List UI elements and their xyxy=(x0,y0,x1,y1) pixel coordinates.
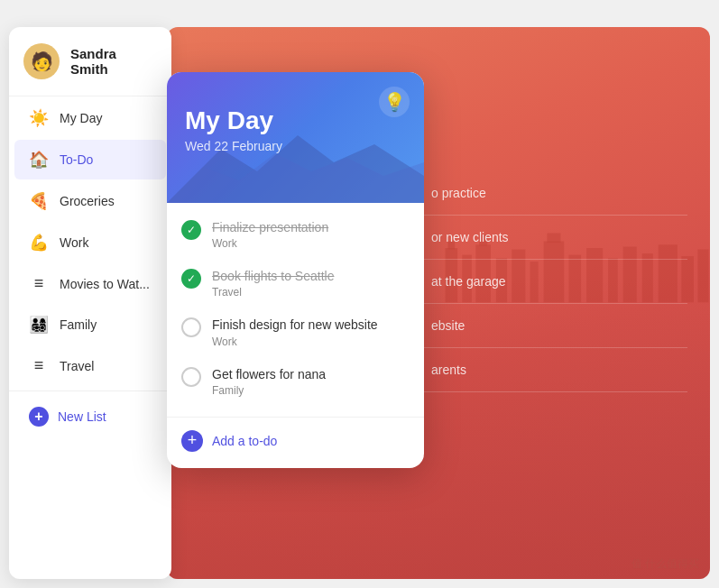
sidebar-item-label: Family xyxy=(60,317,97,332)
task-item[interactable]: ✓ Finalize presentation Work xyxy=(167,210,424,259)
background-task-list: ✓ o practice ✓ or new clients at the gar… xyxy=(388,171,687,392)
bg-task-text: or new clients xyxy=(431,230,509,244)
task-subtitle: Family xyxy=(212,384,410,397)
sidebar-item-work[interactable]: 💪 Work xyxy=(14,223,166,262)
bg-task-text: o practice xyxy=(431,186,486,200)
task-item[interactable]: Get flowers for nana Family xyxy=(167,357,424,406)
bg-task-text: at the garage xyxy=(431,274,506,289)
task-item[interactable]: ✓ Book flights to Seattle Travel xyxy=(167,259,424,308)
muscle-icon: 💪 xyxy=(29,233,49,253)
task-text-block: Finish design for new website Work xyxy=(212,317,410,347)
task-check-icon[interactable]: ✓ xyxy=(181,269,201,289)
sidebar-item-groceries[interactable]: 🍕 Groceries xyxy=(14,181,166,221)
task-text-block: Finalize presentation Work xyxy=(212,219,410,250)
bg-task-item: arents xyxy=(388,348,687,392)
add-todo-button[interactable]: + Add a to-do xyxy=(167,417,424,468)
task-title: Finalize presentation xyxy=(212,219,410,235)
sidebar-item-travel[interactable]: ≡ Travel xyxy=(14,346,166,385)
add-icon: + xyxy=(181,430,203,452)
sidebar-item-label: Work xyxy=(60,235,88,250)
list-icon: ≡ xyxy=(29,274,49,293)
home-icon: 🏠 xyxy=(29,150,49,170)
task-title: Finish design for new website xyxy=(212,317,410,333)
task-check-icon[interactable]: ✓ xyxy=(181,220,201,240)
svg-rect-17 xyxy=(697,250,708,303)
nav-divider xyxy=(9,390,171,391)
task-circle-icon[interactable] xyxy=(181,367,201,387)
sidebar: 🧑 Sandra Smith ☀️ My Day 🏠 To-Do 🍕 Groce… xyxy=(9,27,171,579)
task-title: Get flowers for nana xyxy=(212,366,410,382)
task-subtitle: Work xyxy=(212,237,410,250)
card-header: 💡 My Day Wed 22 February xyxy=(167,72,424,203)
avatar: 🧑 xyxy=(23,43,60,79)
pizza-icon: 🍕 xyxy=(29,191,49,211)
avatar-emoji: 🧑 xyxy=(31,51,53,72)
card-title: My Day xyxy=(185,106,406,135)
task-subtitle: Work xyxy=(212,335,410,348)
task-text-block: Book flights to Seattle Travel xyxy=(212,268,410,299)
sidebar-item-my-day[interactable]: ☀️ My Day xyxy=(14,98,166,138)
task-title: Book flights to Seattle xyxy=(212,268,410,284)
family-icon: 👨‍👩‍👧‍👦 xyxy=(29,315,49,335)
add-todo-label: Add a to-do xyxy=(212,434,277,448)
bg-task-text: arents xyxy=(431,363,466,377)
new-list-label: New List xyxy=(58,409,106,424)
plus-icon: + xyxy=(29,407,49,427)
bg-task-item: ebsite xyxy=(388,304,687,348)
user-section: 🧑 Sandra Smith xyxy=(9,27,171,96)
sidebar-item-to-do[interactable]: 🏠 To-Do xyxy=(14,140,166,179)
bg-task-item: at the garage xyxy=(388,260,687,304)
card-task-list: ✓ Finalize presentation Work ✓ Book flig… xyxy=(167,203,424,413)
sidebar-item-label: Groceries xyxy=(60,194,115,208)
watermark: 值 什么值得买 xyxy=(631,556,699,572)
card-subtitle: Wed 22 February xyxy=(185,139,406,153)
sidebar-item-family[interactable]: 👨‍👩‍👧‍👦 Family xyxy=(14,305,166,345)
task-text-block: Get flowers for nana Family xyxy=(212,366,410,397)
user-name: Sandra Smith xyxy=(70,46,157,77)
sidebar-item-label: My Day xyxy=(60,111,102,125)
bg-task-item: ✓ o practice xyxy=(388,171,687,216)
sidebar-item-label: To-Do xyxy=(60,152,93,167)
sidebar-item-label: Movies to Wat... xyxy=(60,277,150,291)
new-list-button[interactable]: + New List xyxy=(14,397,166,436)
sidebar-item-movies[interactable]: ≡ Movies to Wat... xyxy=(14,264,166,303)
task-item[interactable]: Finish design for new website Work xyxy=(167,308,424,356)
task-subtitle: Travel xyxy=(212,286,410,299)
task-circle-icon[interactable] xyxy=(181,317,201,337)
travel-list-icon: ≡ xyxy=(29,356,49,375)
bg-task-text: ebsite xyxy=(431,318,465,333)
sidebar-item-label: Travel xyxy=(60,359,94,373)
sun-icon: ☀️ xyxy=(29,108,49,128)
myday-card: 💡 My Day Wed 22 February ✓ Finalize pres… xyxy=(167,72,424,468)
bg-task-item: ✓ or new clients xyxy=(388,216,687,260)
